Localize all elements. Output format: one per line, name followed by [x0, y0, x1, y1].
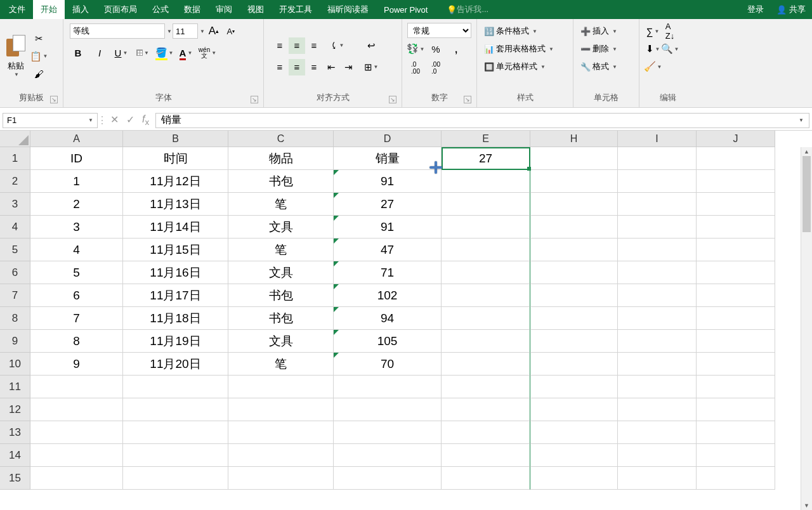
increase-font-button[interactable]: A▴ — [206, 23, 222, 39]
format-cells-button[interactable]: 🔧格式▼ — [579, 58, 619, 75]
cell-J2[interactable] — [697, 170, 775, 193]
cell-A5[interactable]: 4 — [30, 239, 123, 261]
cell-A8[interactable]: 7 — [30, 307, 123, 330]
cell-I9[interactable] — [618, 330, 697, 353]
cell-D9[interactable]: 105 — [334, 330, 442, 353]
row-header-10[interactable]: 10 — [0, 353, 30, 376]
cell-E3[interactable] — [442, 193, 530, 216]
cell-H1[interactable] — [530, 147, 618, 170]
cell-I10[interactable] — [618, 353, 697, 376]
percent-button[interactable]: % — [428, 41, 444, 57]
cell-E11[interactable] — [442, 376, 530, 398]
cell-E2[interactable] — [442, 170, 530, 193]
tab-powerpivot[interactable]: Power Pivot — [376, 0, 435, 19]
cell-I12[interactable] — [618, 398, 697, 421]
cut-button[interactable]: ✂ — [30, 30, 47, 47]
row-header-11[interactable]: 11 — [0, 376, 30, 398]
cell-A11[interactable] — [30, 376, 123, 398]
row-header-3[interactable]: 3 — [0, 193, 30, 216]
cell-A3[interactable]: 2 — [30, 193, 123, 216]
increase-indent-button[interactable]: ⇥ — [340, 59, 357, 75]
cell-I3[interactable] — [618, 193, 697, 216]
cell-D4[interactable]: 91 — [334, 216, 442, 239]
cell-I15[interactable] — [618, 467, 697, 490]
cell-J11[interactable] — [697, 376, 775, 398]
cell-B1[interactable]: 时间 — [123, 147, 228, 170]
row-header-9[interactable]: 9 — [0, 330, 30, 353]
cell-D3[interactable]: 27 — [334, 193, 442, 216]
column-header-A[interactable]: A — [30, 131, 123, 147]
cell-C3[interactable]: 笔 — [228, 193, 334, 216]
align-right-button[interactable]: ≡ — [306, 59, 322, 75]
column-header-J[interactable]: J — [697, 131, 775, 147]
cell-B6[interactable]: 11月16日 — [123, 261, 228, 284]
cell-E13[interactable] — [442, 421, 530, 444]
cell-A15[interactable] — [30, 467, 123, 490]
cell-H15[interactable] — [530, 467, 618, 490]
conditional-format-button[interactable]: 🔢条件格式▼ — [482, 23, 539, 39]
tab-home[interactable]: 开始 — [33, 0, 65, 19]
chevron-down-icon[interactable]: ▼ — [199, 29, 205, 34]
cell-I5[interactable] — [618, 239, 697, 261]
align-middle-button[interactable]: ≡ — [289, 37, 305, 54]
cell-I7[interactable] — [618, 284, 697, 307]
align-center-button[interactable]: ≡ — [289, 59, 305, 75]
cell-J5[interactable] — [697, 239, 775, 261]
cell-E9[interactable] — [442, 330, 530, 353]
decrease-decimal-button[interactable]: .00.0 — [428, 60, 444, 76]
cell-I1[interactable] — [618, 147, 697, 170]
cell-J7[interactable] — [697, 284, 775, 307]
cell-C10[interactable]: 笔 — [228, 353, 334, 376]
cell-A13[interactable] — [30, 421, 123, 444]
copy-button[interactable]: 📋▼ — [30, 48, 47, 65]
merge-cells-button[interactable]: ⊞▼ — [363, 59, 379, 75]
row-header-7[interactable]: 7 — [0, 284, 30, 307]
cell-C5[interactable]: 笔 — [228, 239, 334, 261]
row-header-14[interactable]: 14 — [0, 444, 30, 467]
tab-review[interactable]: 审阅 — [208, 0, 240, 19]
cell-B5[interactable]: 11月15日 — [123, 239, 228, 261]
cell-A6[interactable]: 5 — [30, 261, 123, 284]
italic-button[interactable]: I — [91, 44, 108, 61]
row-header-5[interactable]: 5 — [0, 239, 30, 261]
cell-J10[interactable] — [697, 353, 775, 376]
cell-E15[interactable] — [442, 467, 530, 490]
cell-E7[interactable] — [442, 284, 530, 307]
cell-E1[interactable]: 27 — [442, 147, 530, 170]
number-dialog-launcher[interactable]: ↘ — [464, 96, 471, 103]
column-header-C[interactable]: C — [228, 131, 334, 147]
cell-E6[interactable] — [442, 261, 530, 284]
cell-H3[interactable] — [530, 193, 618, 216]
cell-D7[interactable]: 102 — [334, 284, 442, 307]
cell-E10[interactable] — [442, 353, 530, 376]
fill-color-button[interactable]: 🪣▼ — [156, 44, 173, 61]
border-button[interactable]: ▼ — [134, 44, 151, 61]
cell-H14[interactable] — [530, 444, 618, 467]
cell-H7[interactable] — [530, 284, 618, 307]
cell-D10[interactable]: 70 — [334, 353, 442, 376]
cell-A12[interactable] — [30, 398, 123, 421]
font-dialog-launcher[interactable]: ↘ — [251, 96, 258, 103]
cell-C4[interactable]: 文具 — [228, 216, 334, 239]
cell-C2[interactable]: 书包 — [228, 170, 334, 193]
tab-insert[interactable]: 插入 — [65, 0, 96, 19]
cell-H12[interactable] — [530, 398, 618, 421]
cell-D12[interactable] — [334, 398, 442, 421]
cell-D11[interactable] — [334, 376, 442, 398]
cell-A14[interactable] — [30, 444, 123, 467]
scrollbar-thumb[interactable] — [802, 156, 811, 232]
cell-B14[interactable] — [123, 444, 228, 467]
orientation-button[interactable]: ⤹▼ — [329, 37, 345, 54]
cancel-formula-button[interactable]: ✕ — [110, 114, 119, 127]
find-button[interactable]: 🔍▼ — [662, 41, 678, 57]
tab-data[interactable]: 数据 — [176, 0, 208, 19]
row-header-6[interactable]: 6 — [0, 261, 30, 284]
increase-decimal-button[interactable]: .0.00 — [407, 60, 424, 76]
cell-I4[interactable] — [618, 216, 697, 239]
row-header-2[interactable]: 2 — [0, 170, 30, 193]
fx-button[interactable]: fx — [142, 114, 149, 127]
cell-C13[interactable] — [228, 421, 334, 444]
cell-H10[interactable] — [530, 353, 618, 376]
row-header-8[interactable]: 8 — [0, 307, 30, 330]
cell-H2[interactable] — [530, 170, 618, 193]
